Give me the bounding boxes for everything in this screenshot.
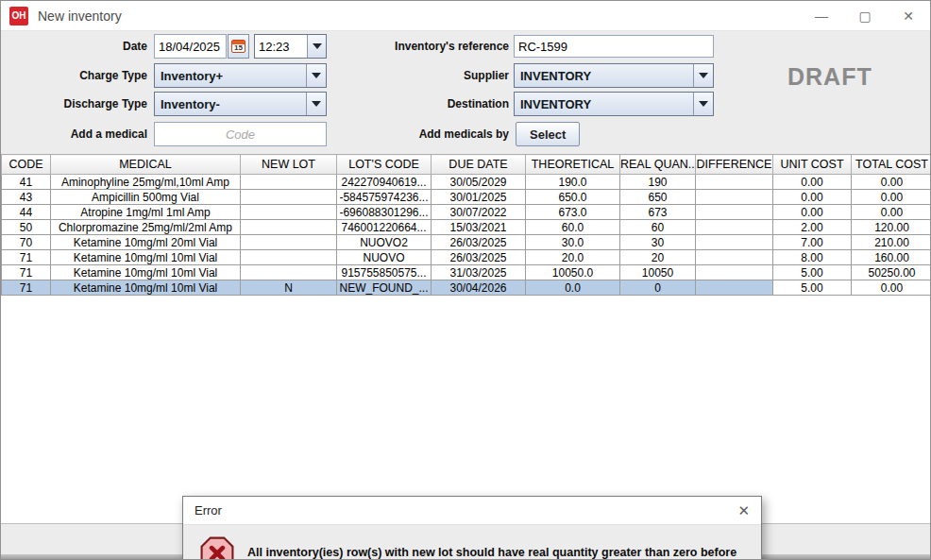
cell-new_lot[interactable] xyxy=(241,250,337,265)
select-medicals-button[interactable]: Select xyxy=(516,122,580,146)
maximize-button[interactable]: ▢ xyxy=(843,1,887,30)
cell-medical[interactable]: Ketamine 10mg/ml 10ml Vial xyxy=(51,280,241,296)
column-header-9[interactable]: TOTAL COST xyxy=(852,155,931,175)
cell-difference[interactable] xyxy=(696,265,773,280)
cell-lot_code[interactable]: -696088301296... xyxy=(337,205,432,220)
time-input[interactable] xyxy=(255,35,307,58)
add-medical-code-input[interactable] xyxy=(154,122,327,146)
cell-difference[interactable] xyxy=(696,235,773,250)
cell-difference[interactable] xyxy=(696,175,773,190)
cell-medical[interactable]: Chlorpromazine 25mg/ml/2ml Amp xyxy=(51,220,241,235)
table-row[interactable]: 50Chlorpromazine 25mg/ml/2ml Amp74600122… xyxy=(2,220,931,235)
charge-type-combobox[interactable]: Inventory+ xyxy=(154,63,327,88)
date-input[interactable] xyxy=(154,34,227,59)
cell-real_qty[interactable]: 30 xyxy=(620,235,696,250)
column-header-2[interactable]: NEW LOT xyxy=(241,155,337,175)
column-header-8[interactable]: UNIT COST xyxy=(773,155,852,175)
table-row[interactable]: 71Ketamine 10mg/ml 10ml VialNNEW_FOUND_.… xyxy=(2,280,931,296)
cell-due_date[interactable]: 30/07/2022 xyxy=(432,205,526,220)
supplier-combobox[interactable]: INVENTORY xyxy=(514,63,714,88)
discharge-type-dropdown-button[interactable] xyxy=(306,93,326,115)
cell-unit_cost[interactable]: 8.00 xyxy=(773,250,852,265)
cell-due_date[interactable]: 26/03/2025 xyxy=(432,250,526,265)
cell-lot_code[interactable]: -584575974236... xyxy=(337,190,432,205)
reference-input[interactable] xyxy=(514,35,714,58)
column-header-1[interactable]: MEDICAL xyxy=(51,155,241,175)
cell-lot_code[interactable]: NUOVO2 xyxy=(337,235,432,250)
cell-total_cost[interactable]: 210.00 xyxy=(852,235,931,250)
cell-difference[interactable] xyxy=(696,250,773,265)
cell-lot_code[interactable]: 915755850575... xyxy=(337,265,432,280)
column-header-4[interactable]: DUE DATE xyxy=(432,155,526,175)
cell-code[interactable]: 71 xyxy=(2,280,51,296)
cell-new_lot[interactable]: N xyxy=(241,280,337,296)
cell-real_qty[interactable]: 0 xyxy=(620,280,696,296)
error-dialog-close-icon[interactable]: ✕ xyxy=(737,502,750,519)
cell-due_date[interactable]: 30/05/2029 xyxy=(432,175,526,190)
cell-due_date[interactable]: 26/03/2025 xyxy=(432,235,526,250)
cell-unit_cost[interactable]: 7.00 xyxy=(773,235,852,250)
column-header-6[interactable]: REAL QUAN... xyxy=(620,155,696,175)
column-header-3[interactable]: LOT'S CODE xyxy=(337,155,432,175)
table-row[interactable]: 71Ketamine 10mg/ml 10ml Vial915755850575… xyxy=(2,265,931,280)
cell-real_qty[interactable]: 10050 xyxy=(620,265,696,280)
cell-difference[interactable] xyxy=(696,220,773,235)
cell-theoretical[interactable]: 190.0 xyxy=(526,175,620,190)
cell-lot_code[interactable]: 746001220664... xyxy=(337,220,432,235)
cell-difference[interactable] xyxy=(696,280,773,296)
cell-total_cost[interactable]: 50250.00 xyxy=(852,265,931,280)
charge-type-dropdown-button[interactable] xyxy=(306,64,326,87)
cell-code[interactable]: 71 xyxy=(2,265,51,280)
cell-theoretical[interactable]: 10050.0 xyxy=(526,265,620,280)
cell-medical[interactable]: Aminophyline 25mg/ml,10ml Amp xyxy=(51,175,241,190)
cell-lot_code[interactable]: NUOVO xyxy=(337,250,432,265)
cell-new_lot[interactable] xyxy=(241,265,337,280)
cell-total_cost[interactable]: 160.00 xyxy=(852,250,931,265)
cell-real_qty[interactable]: 673 xyxy=(620,205,696,220)
cell-theoretical[interactable]: 60.0 xyxy=(526,220,620,235)
cell-difference[interactable] xyxy=(696,205,773,220)
table-row[interactable]: 44Atropine 1mg/ml 1ml Amp-696088301296..… xyxy=(2,205,931,220)
table-row[interactable]: 71Ketamine 10mg/ml 10ml VialNUOVO26/03/2… xyxy=(2,250,931,265)
cell-new_lot[interactable] xyxy=(241,235,337,250)
cell-medical[interactable]: Ketamine 10mg/ml 10ml Vial xyxy=(51,250,241,265)
cell-medical[interactable]: Ampicillin 500mg Vial xyxy=(51,190,241,205)
cell-lot_code[interactable]: NEW_FOUND_... xyxy=(337,280,432,296)
cell-new_lot[interactable] xyxy=(241,175,337,190)
time-dropdown-button[interactable] xyxy=(307,35,326,58)
cell-theoretical[interactable]: 650.0 xyxy=(526,190,620,205)
cell-total_cost[interactable]: 0.00 xyxy=(852,190,931,205)
cell-code[interactable]: 41 xyxy=(2,175,51,190)
cell-medical[interactable]: Ketamine 10mg/ml 20ml Vial xyxy=(51,235,241,250)
cell-code[interactable]: 71 xyxy=(2,250,51,265)
supplier-dropdown-button[interactable] xyxy=(693,64,713,87)
cell-new_lot[interactable] xyxy=(241,205,337,220)
cell-due_date[interactable]: 30/01/2025 xyxy=(432,190,526,205)
cell-unit_cost[interactable]: 5.00 xyxy=(773,280,852,296)
cell-total_cost[interactable]: 120.00 xyxy=(852,220,931,235)
cell-unit_cost[interactable]: 5.00 xyxy=(773,265,852,280)
cell-code[interactable]: 44 xyxy=(2,205,51,220)
cell-total_cost[interactable]: 0.00 xyxy=(852,175,931,190)
cell-total_cost[interactable]: 0.00 xyxy=(852,205,931,220)
minimize-button[interactable]: — xyxy=(800,1,843,30)
column-header-5[interactable]: THEORETICAL xyxy=(526,155,620,175)
cell-new_lot[interactable] xyxy=(241,220,337,235)
cell-total_cost[interactable]: 0.00 xyxy=(852,280,931,296)
destination-combobox[interactable]: INVENTORY xyxy=(514,92,714,116)
time-combobox[interactable] xyxy=(254,34,327,59)
cell-new_lot[interactable] xyxy=(241,190,337,205)
cell-difference[interactable] xyxy=(696,190,773,205)
cell-real_qty[interactable]: 650 xyxy=(620,190,696,205)
cell-theoretical[interactable]: 673.0 xyxy=(526,205,620,220)
discharge-type-combobox[interactable]: Inventory- xyxy=(154,92,327,116)
cell-medical[interactable]: Ketamine 10mg/ml 10ml Vial xyxy=(51,265,241,280)
cell-real_qty[interactable]: 60 xyxy=(620,220,696,235)
close-window-button[interactable]: ✕ xyxy=(887,1,930,30)
cell-due_date[interactable]: 30/04/2026 xyxy=(432,280,526,296)
cell-unit_cost[interactable]: 0.00 xyxy=(773,175,852,190)
cell-due_date[interactable]: 15/03/2021 xyxy=(432,220,526,235)
destination-dropdown-button[interactable] xyxy=(693,93,713,115)
cell-code[interactable]: 70 xyxy=(2,235,51,250)
cell-theoretical[interactable]: 30.0 xyxy=(526,235,620,250)
